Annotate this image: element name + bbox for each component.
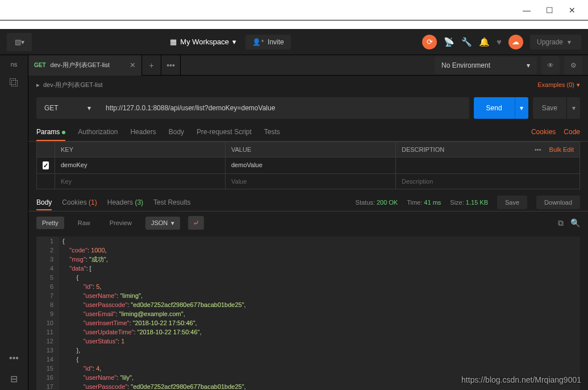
chevron-down-icon: ▾ xyxy=(568,38,571,46)
examples-link[interactable]: Examples (0) ▾ xyxy=(537,81,580,89)
tab-headers[interactable]: Headers xyxy=(130,123,156,140)
bulk-edit-link[interactable]: Bulk Edit xyxy=(549,146,574,153)
response-save-button[interactable]: Save xyxy=(497,196,527,209)
view-raw[interactable]: Raw xyxy=(72,217,96,229)
param-key-input[interactable]: Key xyxy=(55,174,226,189)
param-desc[interactable] xyxy=(396,157,579,173)
save-button[interactable]: Save xyxy=(533,97,566,119)
wrench-icon[interactable]: 🔧 xyxy=(461,37,472,47)
close-icon[interactable]: ✕ xyxy=(130,61,136,69)
col-description: DESCRIPTION xyxy=(402,146,444,153)
request-name: dev-用户列表GET-list xyxy=(43,81,103,89)
window-titlebar: — ☐ ✕ xyxy=(0,0,588,20)
tab-authorization[interactable]: Authorization xyxy=(78,123,118,140)
heart-icon[interactable]: ♥ xyxy=(497,37,502,47)
resp-tab-tests[interactable]: Test Results xyxy=(153,195,190,210)
add-tab-button[interactable]: + xyxy=(142,55,161,76)
cookies-link[interactable]: Cookies xyxy=(531,128,556,136)
tab-prerequest[interactable]: Pre-request Script xyxy=(197,123,252,140)
param-value[interactable]: demoValue xyxy=(226,157,396,173)
save-dropdown[interactable]: ▾ xyxy=(566,97,580,119)
chevron-down-icon: ▾ xyxy=(577,81,580,89)
table-row[interactable]: ✓ demoKey demoValue xyxy=(37,157,579,174)
more-icon[interactable]: ••• xyxy=(9,353,19,363)
table-row-new[interactable]: Key Value Description xyxy=(37,174,579,189)
param-value-input[interactable]: Value xyxy=(226,174,396,189)
param-desc-input[interactable]: Description xyxy=(396,174,579,189)
more-icon[interactable]: ••• xyxy=(535,146,541,153)
size-value: 1.15 KB xyxy=(466,199,488,206)
params-table: KEY VALUE DESCRIPTION ••• Bulk Edit ✓ de… xyxy=(36,142,580,189)
response-body[interactable]: 1{2 "code": 1000,3 "msg": "成功",4 "data":… xyxy=(36,237,580,390)
chevron-down-icon: ▾ xyxy=(87,104,91,112)
maximize-button[interactable]: ☐ xyxy=(538,2,561,18)
url-input[interactable] xyxy=(99,97,469,119)
search-icon[interactable]: 🔍 xyxy=(570,218,580,228)
request-subtabs: Params Authorization Headers Body Pre-re… xyxy=(28,122,588,142)
tab-name: dev-用户列表GET-list xyxy=(51,61,110,69)
tabs-row: GET dev-用户列表GET-list ✕ + ••• No Environm… xyxy=(28,55,588,76)
download-button[interactable]: Download xyxy=(536,196,580,209)
plus-tab-icon: ▧▾ xyxy=(15,38,24,46)
environment-select[interactable]: No Environment ▾ xyxy=(435,57,537,74)
code-link[interactable]: Code xyxy=(564,128,580,136)
topbar: ▧▾ ▦ My Workspace ▾ 👤⁺ Invite ⟳ 📡 🔧 🔔 ♥ … xyxy=(0,29,588,55)
view-pretty[interactable]: Pretty xyxy=(36,217,64,229)
breadcrumb: ▸ dev-用户列表GET-list Examples (0) ▾ xyxy=(28,76,588,94)
person-plus-icon: 👤⁺ xyxy=(252,38,264,46)
response-tabs: Body Cookies (1) Headers (3) Test Result… xyxy=(28,189,588,210)
chevron-down-icon: ▾ xyxy=(527,61,530,69)
status-value: 200 OK xyxy=(377,199,398,206)
tab-body[interactable]: Body xyxy=(169,123,184,140)
request-tab[interactable]: GET dev-用户列表GET-list ✕ xyxy=(28,55,142,76)
expand-icon[interactable]: ⊟ xyxy=(10,374,18,384)
wrap-icon[interactable]: ⤶ xyxy=(188,216,204,230)
url-row: GET ▾ Send ▾ Save ▾ xyxy=(28,94,588,122)
tab-more-button[interactable]: ••• xyxy=(161,55,181,76)
minimize-button[interactable]: — xyxy=(515,2,538,18)
sidebar: ns ⿻ ••• ⊟ xyxy=(0,55,28,390)
sidebar-label: ns xyxy=(11,61,18,68)
send-button[interactable]: Send xyxy=(474,97,515,119)
chevron-down-icon: ▾ xyxy=(171,219,174,227)
grid-icon: ▦ xyxy=(170,38,177,46)
env-preview-icon[interactable]: 👁 xyxy=(541,56,560,74)
view-preview[interactable]: Preview xyxy=(104,217,137,229)
method-select[interactable]: GET ▾ xyxy=(36,97,99,119)
workspace-name: My Workspace xyxy=(180,38,229,46)
view-row: Pretty Raw Preview JSON▾ ⤶ ⧉ 🔍 xyxy=(28,211,588,234)
bell-icon[interactable]: 🔔 xyxy=(479,37,490,47)
resp-tab-body[interactable]: Body xyxy=(36,195,52,210)
invite-button[interactable]: 👤⁺ Invite xyxy=(245,35,291,49)
sync-icon[interactable]: ⟳ xyxy=(422,35,437,49)
new-dropdown[interactable]: ▧▾ xyxy=(7,33,32,51)
satellite-icon[interactable]: 📡 xyxy=(444,37,454,47)
chevron-right-icon: ▸ xyxy=(36,81,40,89)
col-value: VALUE xyxy=(226,142,396,157)
new-tab-icon[interactable]: ⿻ xyxy=(10,78,19,88)
chevron-down-icon: ▾ xyxy=(232,38,236,46)
send-dropdown[interactable]: ▾ xyxy=(515,97,528,119)
tab-params[interactable]: Params xyxy=(36,123,65,140)
time-value: 41 ms xyxy=(424,199,441,206)
workspace-selector[interactable]: ▦ My Workspace ▾ xyxy=(163,34,243,49)
param-key[interactable]: demoKey xyxy=(55,157,226,173)
tab-method: GET xyxy=(34,62,46,68)
resp-tab-headers[interactable]: Headers (3) xyxy=(107,195,143,210)
col-key: KEY xyxy=(55,142,226,157)
settings-icon[interactable]: ⚙ xyxy=(564,56,582,74)
format-select[interactable]: JSON▾ xyxy=(145,217,180,230)
close-window-button[interactable]: ✕ xyxy=(561,2,583,18)
active-dot-icon xyxy=(62,131,65,134)
copy-icon[interactable]: ⧉ xyxy=(558,218,564,228)
row-checkbox[interactable]: ✓ xyxy=(43,161,49,169)
tab-tests[interactable]: Tests xyxy=(264,123,280,140)
upgrade-button[interactable]: Upgrade ▾ xyxy=(530,35,581,49)
resp-tab-cookies[interactable]: Cookies (1) xyxy=(62,195,97,210)
avatar[interactable]: ☁ xyxy=(508,35,523,49)
watermark: https://blog.csdn.net/Mrqiang9001 xyxy=(461,375,581,384)
